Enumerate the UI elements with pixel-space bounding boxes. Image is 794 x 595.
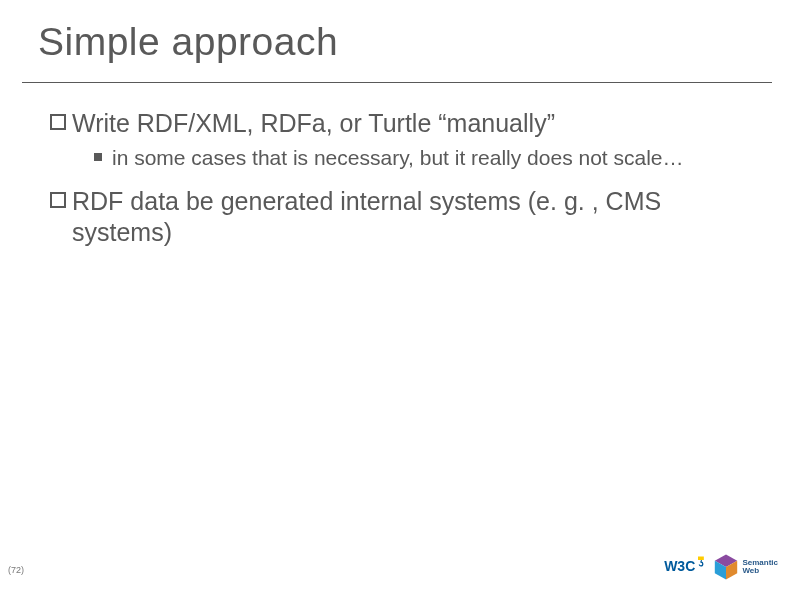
bullet-item: Write RDF/XML, RDFa, or Turtle “manually… [50,108,762,139]
semantic-web-cube-icon [712,553,740,581]
bullet-text: in some cases that is necessary, but it … [112,145,684,171]
svg-text:W3C: W3C [665,558,696,574]
semantic-web-logo-icon: Semantic Web [712,553,778,581]
bullet-item: RDF data be generated internal systems (… [50,186,762,249]
semantic-web-text: Semantic Web [742,559,778,575]
title-divider [22,82,772,83]
bullet-text: RDF data be generated internal systems (… [72,186,762,249]
slide-content: Write RDF/XML, RDFa, or Turtle “manually… [50,108,762,254]
footer-logos: W3C Semantic Web [662,553,778,581]
bullet-item: in some cases that is necessary, but it … [94,145,762,171]
square-filled-bullet-icon [94,153,102,161]
w3c-logo-icon: W3C [662,553,706,581]
semantic-web-label-line2: Web [742,567,778,575]
bullet-text: Write RDF/XML, RDFa, or Turtle “manually… [72,108,555,139]
slide: Simple approach Write RDF/XML, RDFa, or … [0,0,794,595]
square-bullet-icon [50,114,66,130]
page-number: (72) [8,565,24,575]
slide-title: Simple approach [38,20,338,64]
square-bullet-icon [50,192,66,208]
svg-rect-2 [698,557,704,561]
